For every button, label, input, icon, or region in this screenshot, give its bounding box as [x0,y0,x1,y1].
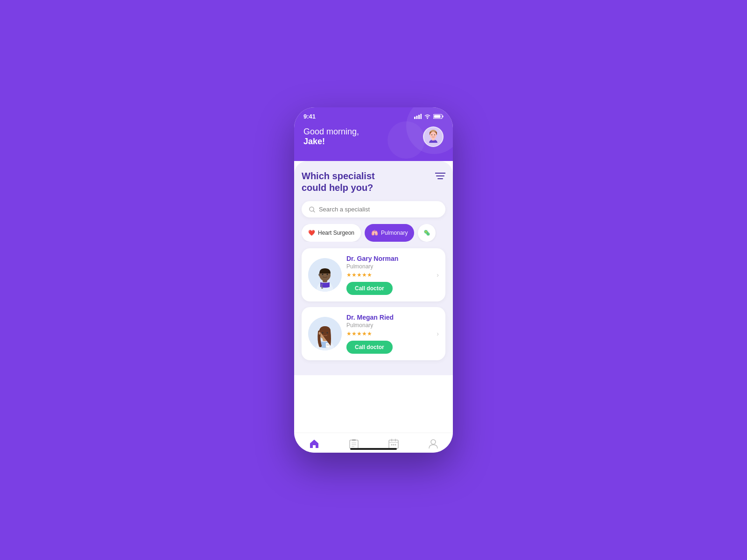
calendar-icon [388,439,399,449]
search-bar[interactable] [302,201,445,217]
svg-rect-0 [414,117,416,119]
svg-rect-3 [421,114,422,119]
section-title: Which specialist could help you? [302,170,375,194]
svg-point-26 [319,274,320,275]
greeting-line1: Good morning, [303,127,359,137]
tab-pulmonary-label: Pulmonary [381,230,408,236]
search-icon [309,206,315,213]
tab-heart-surgeon[interactable]: ❤️ Heart Surgeon [302,224,361,242]
greeting-row: Good morning, Jake! [303,126,444,161]
nav-clipboard[interactable] [349,439,359,449]
doctor-card-2: Dr. Megan Ried Pulmonary ★★★★★ Call doct… [302,307,445,360]
main-content: Which specialist could help you? [294,161,453,375]
svg-rect-7 [434,115,441,118]
svg-point-4 [427,118,428,119]
avatar-image [424,128,442,146]
doctor-1-chevron-icon[interactable]: › [437,271,439,279]
doctor-1-info: Dr. Gary Norman Pulmonary ★★★★★ Call doc… [346,255,439,295]
doctor-1-specialty: Pulmonary [346,263,439,270]
filter-icon[interactable] [435,172,445,182]
svg-point-33 [322,332,324,334]
doctor-card-1: Dr. Gary Norman Pulmonary ★★★★★ Call doc… [302,248,445,301]
tab-pulmonary[interactable]: 🫁 Pulmonary [365,224,414,242]
svg-rect-2 [418,115,420,119]
status-time: 9:41 [303,113,316,120]
svg-rect-36 [350,440,358,448]
doctor-1-stars: ★★★★★ [346,272,439,278]
svg-line-18 [313,210,315,212]
svg-rect-1 [416,116,418,119]
greeting-line2: Jake! [303,137,359,147]
svg-point-47 [395,444,396,446]
home-icon [309,439,319,449]
doctor-2-call-button[interactable]: Call doctor [346,341,393,354]
nav-calendar[interactable] [388,439,399,449]
doctor-2-chevron-icon[interactable]: › [437,330,439,337]
signal-icon [414,114,422,119]
greeting-text: Good morning, Jake! [303,127,359,147]
doctor-2-info: Dr. Megan Ried Pulmonary ★★★★★ Call doct… [346,314,439,354]
heart-icon: ❤️ [308,230,315,236]
doctor-2-specialty: Pulmonary [346,322,439,329]
section-header: Which specialist could help you? [302,170,445,194]
svg-point-46 [393,444,395,446]
svg-rect-6 [443,116,444,118]
svg-point-10 [430,132,437,139]
svg-point-11 [431,134,432,135]
svg-point-35 [319,332,321,335]
doctor-1-name: Dr. Gary Norman [346,255,439,262]
user-avatar[interactable] [423,126,444,147]
virus-icon: 🦠 [423,230,430,236]
svg-rect-37 [352,439,356,441]
svg-point-23 [322,274,324,275]
battery-icon [433,114,444,119]
clipboard-icon [349,439,359,449]
svg-point-8 [430,130,437,137]
lung-icon: 🫁 [371,230,378,236]
tab-virus[interactable]: 🦠 [418,224,436,242]
svg-rect-5 [433,114,442,119]
doctor-2-stars: ★★★★★ [346,330,439,337]
svg-point-48 [431,440,436,444]
svg-rect-13 [432,138,435,140]
svg-rect-9 [430,132,437,135]
phone-frame: 9:41 [294,107,453,453]
search-input[interactable] [319,206,438,213]
specialty-tabs: ❤️ Heart Surgeon 🫁 Pulmonary 🦠 [302,224,445,242]
status-icons [414,114,444,119]
phone-top-bar: 9:41 [294,107,453,161]
home-indicator [350,448,397,450]
doctor-2-name: Dr. Megan Ried [346,314,439,321]
tab-heart-label: Heart Surgeon [318,230,354,236]
svg-point-20 [321,287,323,289]
doctor-2-avatar [308,317,342,350]
svg-point-45 [391,444,393,446]
nav-home[interactable] [309,439,319,449]
status-bar: 9:41 [303,113,444,120]
wifi-icon [424,114,431,119]
doctor-1-image [308,258,342,292]
doctor-2-image [308,317,342,350]
svg-point-24 [327,274,328,275]
nav-profile[interactable] [429,439,438,449]
doctor-1-call-button[interactable]: Call doctor [346,282,393,295]
doctor-1-avatar [308,258,342,292]
profile-icon [429,439,438,449]
svg-point-34 [327,332,328,334]
svg-point-12 [434,134,435,135]
